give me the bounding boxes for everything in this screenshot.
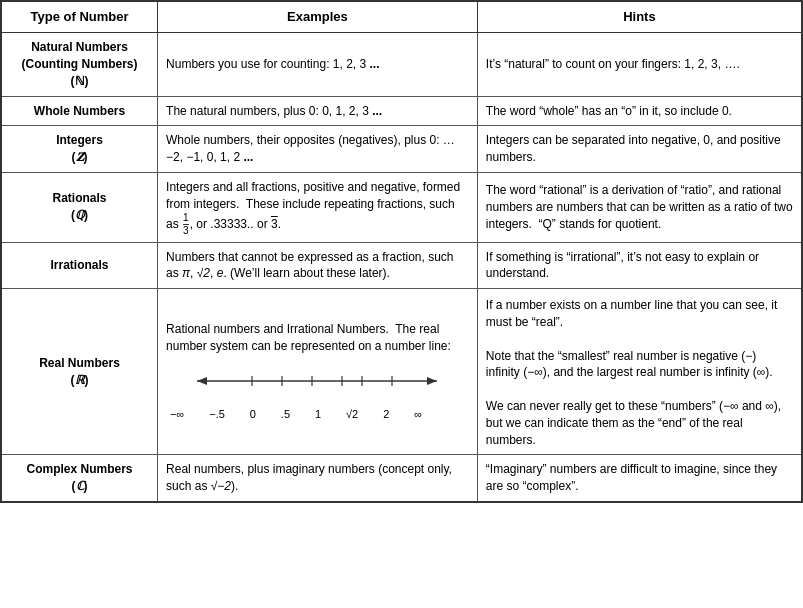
examples-irrationals: Numbers that cannot be expressed as a fr…	[158, 242, 478, 289]
examples-integers: Whole numbers, their opposites (negative…	[158, 126, 478, 173]
svg-marker-2	[427, 377, 437, 385]
type-real: Real Numbers(ℝ)	[1, 289, 158, 455]
svg-marker-1	[197, 377, 207, 385]
type-integers: Integers(𝐙)	[1, 126, 158, 173]
type-whole: Whole Numbers	[1, 96, 158, 126]
hints-natural: It’s “natural” to count on your fingers:…	[477, 33, 802, 96]
examples-complex: Real numbers, plus imaginary numbers (co…	[158, 455, 478, 502]
hints-irrationals: If something is “irrational”, it’s not e…	[477, 242, 802, 289]
row-rationals: Rationals(ℚ) Integers and all fractions,…	[1, 172, 802, 242]
type-natural: Natural Numbers(Counting Numbers)(ℕ)	[1, 33, 158, 96]
examples-rationals: Integers and all fractions, positive and…	[158, 172, 478, 242]
examples-real: Rational numbers and Irrational Numbers.…	[158, 289, 478, 455]
hints-integers: Integers can be separated into negative,…	[477, 126, 802, 173]
examples-natural: Numbers you use for counting: 1, 2, 3 ..…	[158, 33, 478, 96]
row-real: Real Numbers(ℝ) Rational numbers and Irr…	[1, 289, 802, 455]
header-type: Type of Number	[1, 1, 158, 33]
row-complex: Complex Numbers(ℂ) Real numbers, plus im…	[1, 455, 802, 502]
type-complex: Complex Numbers(ℂ)	[1, 455, 158, 502]
number-types-table: Type of Number Examples Hints Natural Nu…	[0, 0, 803, 503]
examples-whole: The natural numbers, plus 0: 0, 1, 2, 3 …	[158, 96, 478, 126]
row-natural: Natural Numbers(Counting Numbers)(ℕ) Num…	[1, 33, 802, 96]
hints-real: If a number exists on a number line that…	[477, 289, 802, 455]
header-hints: Hints	[477, 1, 802, 33]
header-examples: Examples	[158, 1, 478, 33]
hints-rationals: The word “rational” is a derivation of “…	[477, 172, 802, 242]
row-whole: Whole Numbers The natural numbers, plus …	[1, 96, 802, 126]
hints-complex: “Imaginary” numbers are difficult to ima…	[477, 455, 802, 502]
row-integers: Integers(𝐙) Whole numbers, their opposit…	[1, 126, 802, 173]
hints-whole: The word “whole” has an “o” in it, so in…	[477, 96, 802, 126]
type-irrationals: Irrationals	[1, 242, 158, 289]
type-rationals: Rationals(ℚ)	[1, 172, 158, 242]
row-irrationals: Irrationals Numbers that cannot be expre…	[1, 242, 802, 289]
